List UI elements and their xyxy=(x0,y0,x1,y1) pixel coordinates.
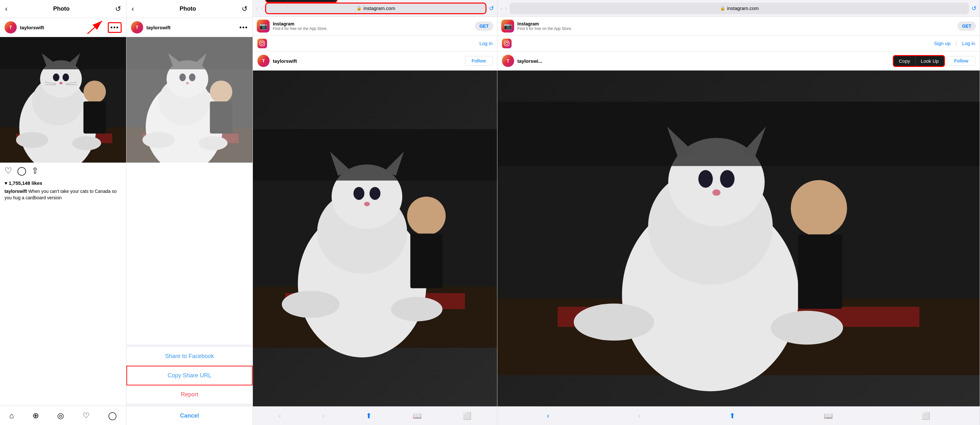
home-tab[interactable]: ⌂ xyxy=(10,411,14,420)
three-dots-menu-2[interactable]: ••• xyxy=(239,24,248,31)
ig-install-banner-3: 📷 Instagram Find it for free on the App … xyxy=(253,17,497,35)
svg-point-52 xyxy=(407,197,445,235)
svg-point-58 xyxy=(506,42,508,45)
ig-banner-sub-3: Find it for free on the App Store. xyxy=(273,26,472,31)
activity-tab[interactable]: ♡ xyxy=(83,411,90,420)
safari-username-4: taylorswi... xyxy=(517,58,890,64)
get-button-4[interactable]: GET xyxy=(958,22,976,30)
safari-share-bottom-3[interactable]: ⬆ xyxy=(366,412,372,420)
ig-banner-title-4: Instagram xyxy=(517,21,954,26)
svg-point-30 xyxy=(180,73,186,81)
svg-rect-53 xyxy=(410,234,442,289)
safari-share-bottom-4[interactable]: ⬆ xyxy=(729,412,735,420)
safari-address-bar-4: ‹ › 🔒 instagram.com ↺ xyxy=(497,0,980,17)
safari-forward-4[interactable]: › xyxy=(505,5,507,11)
safari-photo-4 xyxy=(497,70,980,406)
camera-tab[interactable]: ◎ xyxy=(57,411,64,420)
safari-back-bottom-4[interactable]: ‹ xyxy=(547,412,549,420)
safari-back-bottom-3[interactable]: ‹ xyxy=(278,412,281,420)
comment-icon[interactable]: ◯ xyxy=(17,166,26,176)
copy-lookup-popup: Copy Look Up xyxy=(893,55,945,67)
follow-button-3[interactable]: Follow xyxy=(465,56,493,66)
ig-banner-text-4: Instagram Find it for free on the App St… xyxy=(517,21,954,31)
safari-container-4: ‹ › 🔒 instagram.com ↺ 📷 Instagram Find i… xyxy=(497,0,980,425)
safari-reload-4[interactable]: ↺ xyxy=(972,5,977,12)
login-link-4[interactable]: Log in xyxy=(962,41,975,46)
ig-banner-icon-3: 📷 xyxy=(257,20,270,32)
svg-point-59 xyxy=(508,42,508,42)
paste-search-button-popup[interactable]: Paste and Search xyxy=(288,0,337,2)
svg-rect-38 xyxy=(260,41,265,46)
safari-forward-bottom-4[interactable]: › xyxy=(638,412,640,420)
svg-line-1 xyxy=(88,21,102,34)
red-arrow-annotation xyxy=(84,18,110,38)
reload-icon[interactable]: ↺ xyxy=(115,5,121,13)
safari-profile-row-4: T taylorswi... Copy Look Up Follow xyxy=(497,51,980,70)
safari-bottom-bar-4: ‹ › ⬆ 📖 ⬜ xyxy=(497,406,980,425)
svg-point-51 xyxy=(364,202,370,206)
back-icon[interactable]: ‹ xyxy=(5,5,7,13)
signup-link-4[interactable]: Sign up xyxy=(934,41,950,46)
svg-point-70 xyxy=(712,189,721,196)
safari-forward-bottom-3[interactable]: › xyxy=(322,412,324,420)
share-icon[interactable]: ⇧ xyxy=(32,166,38,176)
get-button-3[interactable]: GET xyxy=(475,22,493,30)
post-caption: taylorswift When you can't take your cat… xyxy=(0,187,126,203)
profile-row-2: T taylorswift ••• xyxy=(126,18,253,37)
svg-point-36 xyxy=(143,132,175,148)
svg-point-21 xyxy=(72,136,101,150)
safari-reload-3[interactable]: ↺ xyxy=(489,5,494,12)
ios-nav-bar: ‹ Photo ↺ xyxy=(0,0,126,18)
svg-point-39 xyxy=(261,42,264,45)
svg-point-71 xyxy=(791,180,847,236)
svg-point-32 xyxy=(186,82,189,85)
ig-logo-4 xyxy=(502,38,512,48)
address-box-3[interactable]: 🔒 instagram.com xyxy=(265,3,487,14)
post-photo xyxy=(0,37,126,163)
copy-share-url-option[interactable]: Copy Share URL xyxy=(126,366,253,385)
nav-title-2: Photo xyxy=(180,5,196,12)
report-option[interactable]: Report xyxy=(126,385,253,404)
follow-button-4[interactable]: Follow xyxy=(948,56,975,66)
safari-bookmarks-bottom-3[interactable]: 📖 xyxy=(413,412,422,420)
svg-point-74 xyxy=(574,304,654,340)
safari-back-3[interactable]: ‹ xyxy=(256,5,258,11)
look-up-button[interactable]: Look Up xyxy=(916,56,944,66)
svg-rect-19 xyxy=(0,37,126,69)
svg-point-50 xyxy=(370,187,380,200)
svg-point-55 xyxy=(282,291,340,318)
safari-tabs-bottom-4[interactable]: ⬜ xyxy=(921,412,930,420)
svg-point-56 xyxy=(391,297,442,321)
svg-rect-72 xyxy=(798,234,842,309)
ig-logo-3 xyxy=(258,38,267,48)
search-tab[interactable]: ⊕ xyxy=(32,411,39,420)
reload-icon-2[interactable]: ↺ xyxy=(242,5,247,13)
svg-point-40 xyxy=(263,42,264,42)
safari-bookmarks-bottom-4[interactable]: 📖 xyxy=(824,412,833,420)
address-area-3: Copy Paste and Search 🔒 instagram.com xyxy=(265,3,487,14)
safari-tabs-bottom-3[interactable]: ⬜ xyxy=(463,412,471,420)
panel-safari-3: ‹ › Copy Paste and Search 🔒 instagram.co… xyxy=(253,0,497,425)
safari-bottom-bar-3: ‹ › ⬆ 📖 ⬜ xyxy=(253,406,497,425)
svg-rect-54 xyxy=(253,129,497,181)
like-icon[interactable]: ♡ xyxy=(5,166,12,176)
svg-point-75 xyxy=(770,311,843,345)
svg-point-31 xyxy=(189,73,196,81)
safari-forward-3[interactable]: › xyxy=(261,5,262,11)
profile-tab[interactable]: ◯ xyxy=(108,411,117,420)
copy-button-popup[interactable]: Copy xyxy=(266,0,288,2)
login-link-3[interactable]: Log in xyxy=(479,41,493,46)
address-box-4[interactable]: 🔒 instagram.com xyxy=(510,3,969,14)
action-row: ♡ ◯ ⇧ xyxy=(0,163,126,179)
svg-rect-57 xyxy=(504,41,509,46)
safari-back-4[interactable]: ‹ xyxy=(501,5,503,11)
svg-rect-73 xyxy=(497,102,980,166)
back-icon-2[interactable]: ‹ xyxy=(132,5,134,13)
domain-text-3: instagram.com xyxy=(364,5,395,11)
share-facebook-option[interactable]: Share to Facebook xyxy=(126,347,253,366)
svg-point-68 xyxy=(698,170,713,188)
ig-banner-text-3: Instagram Find it for free on the App St… xyxy=(273,21,472,31)
svg-point-69 xyxy=(720,170,735,188)
copy-button-lookup[interactable]: Copy xyxy=(894,56,916,66)
cancel-option[interactable]: Cancel xyxy=(126,407,253,425)
